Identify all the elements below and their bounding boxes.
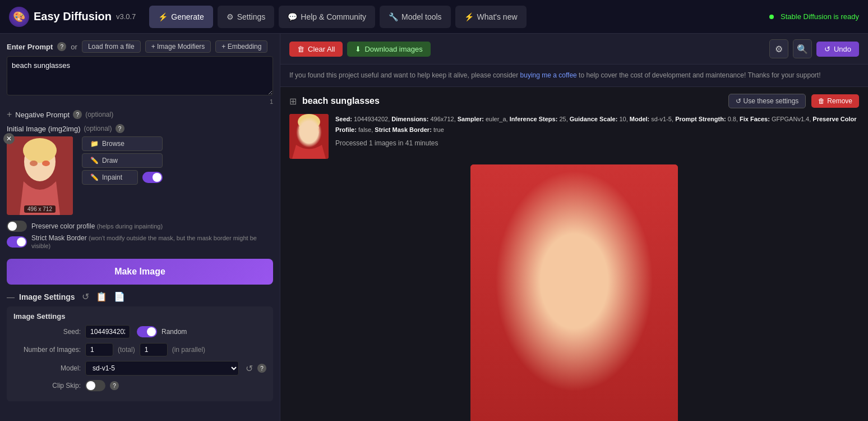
- neg-prompt-label: Negative Prompt: [15, 111, 70, 119]
- clear-all-btn[interactable]: 🗑 Clear All: [289, 42, 343, 57]
- num-images-label: Number of Images:: [13, 346, 81, 354]
- prompt-textarea[interactable]: beach sunglasses: [7, 56, 273, 95]
- seed-input[interactable]: [85, 325, 130, 338]
- search-btn[interactable]: 🔍: [793, 39, 812, 58]
- reset-settings-btn[interactable]: ↺: [82, 291, 89, 302]
- nav-whats-new[interactable]: ⚡ What's new: [455, 6, 527, 28]
- browse-btn[interactable]: 📁 Browse: [82, 136, 163, 151]
- char-count: 1: [7, 98, 273, 105]
- svg-point-8: [298, 127, 307, 133]
- nav-generate[interactable]: ⚡ Generate: [149, 6, 213, 28]
- load-from-btn[interactable]: Load from a file: [82, 40, 141, 53]
- download-icon: ⬇: [355, 45, 361, 53]
- right-panel: 🗑 Clear All ⬇ Download images ⚙ 🔍 ↺ Undo…: [280, 34, 868, 421]
- init-image-help-icon[interactable]: ?: [116, 124, 124, 133]
- remove-result-btn[interactable]: 🗑 Remove: [811, 94, 859, 108]
- svg-rect-10: [470, 164, 678, 421]
- coffee-link[interactable]: buying me a coffee: [520, 71, 577, 79]
- embedding-btn[interactable]: + Embedding: [215, 40, 267, 53]
- settings-icon: ⚙: [227, 12, 234, 21]
- svg-point-18: [518, 198, 630, 277]
- strict-mask-row: Strict Mask Border (won't modify outside…: [7, 234, 273, 250]
- model-select[interactable]: sd-v1-5: [85, 361, 239, 376]
- top-toolbar: 🗑 Clear All ⬇ Download images ⚙ 🔍 ↺ Undo: [280, 34, 868, 65]
- draw-icon: ✏️: [90, 157, 99, 164]
- add-neg-prompt-icon[interactable]: +: [7, 109, 12, 120]
- draw-btn[interactable]: ✏️ Draw: [82, 153, 163, 168]
- result-image-container: [289, 164, 859, 421]
- model-help-icon[interactable]: ?: [257, 364, 266, 373]
- negative-prompt-row: + Negative Prompt ? (optional): [7, 109, 273, 120]
- status-text: Stable Diffusion is ready: [781, 12, 859, 21]
- preserve-color-toggle[interactable]: [7, 221, 27, 232]
- app-version: v3.0.7: [116, 12, 136, 21]
- nav-help[interactable]: 💬 Help & Community: [279, 6, 375, 28]
- prompt-or: or: [71, 43, 77, 51]
- trash-icon: 🗑: [297, 45, 304, 53]
- svg-point-26: [519, 320, 528, 329]
- inpaint-btn[interactable]: ✏️ Inpaint: [82, 170, 138, 185]
- inpaint-toggle[interactable]: [142, 172, 163, 183]
- init-image-preview: [7, 136, 73, 215]
- parallel-input[interactable]: [140, 343, 168, 356]
- make-image-btn[interactable]: Make Image: [7, 259, 273, 285]
- num-images-input[interactable]: [85, 343, 113, 356]
- model-tools-icon: 🔧: [389, 12, 398, 21]
- use-settings-btn[interactable]: ↺ Use these settings: [728, 94, 806, 108]
- svg-point-12: [507, 294, 641, 421]
- init-image-section: Initial Image (img2img) (optional) ?: [7, 124, 273, 215]
- copy-settings-btn[interactable]: 📋: [96, 291, 107, 302]
- model-label: Model:: [13, 364, 81, 372]
- left-panel: Enter Prompt ? or Load from a file + Ima…: [0, 34, 280, 421]
- refresh-icon: ↺: [736, 97, 741, 105]
- settings-adjust-btn[interactable]: ⚙: [769, 39, 788, 58]
- svg-point-28: [549, 263, 571, 280]
- clip-skip-row: Clip Skip: ?: [13, 380, 266, 391]
- preserve-color-row: Preserve color profile (helps during inp…: [7, 221, 273, 232]
- strict-mask-toggle[interactable]: [7, 236, 27, 248]
- init-image-label: Initial Image (img2img): [7, 125, 81, 133]
- sliders-icon: ⚙: [775, 44, 783, 54]
- svg-rect-23: [574, 282, 608, 304]
- clip-skip-toggle[interactable]: [85, 380, 105, 391]
- collapse-settings-btn[interactable]: —: [7, 292, 15, 301]
- settings-inner-title: Image Settings: [13, 312, 266, 321]
- result-header: ⊞ beach sunglasses ↺ Use these settings …: [289, 94, 859, 108]
- init-image-optional: (optional): [84, 125, 112, 132]
- svg-line-25: [611, 287, 623, 289]
- svg-point-15: [513, 383, 636, 421]
- generate-icon: ⚡: [158, 12, 168, 21]
- help-icon: 💬: [288, 12, 297, 21]
- svg-point-7: [298, 114, 320, 130]
- image-settings-header: — Image Settings ↺ 📋 📄: [7, 291, 273, 302]
- preserve-color-label: Preserve color profile (helps during inp…: [31, 222, 163, 230]
- neg-prompt-help-icon[interactable]: ?: [73, 110, 82, 119]
- result-thumb: [289, 114, 329, 159]
- svg-point-4: [42, 161, 50, 166]
- prompt-label: Enter Prompt: [7, 43, 53, 51]
- init-image-context-menu: 📁 Browse ✏️ Draw ✏️ Inpaint: [82, 136, 163, 185]
- clip-skip-help-icon[interactable]: ?: [110, 381, 119, 390]
- total-label: (total): [118, 346, 135, 354]
- image-modifiers-btn[interactable]: + Image Modifiers: [145, 40, 211, 53]
- result-section: ⊞ beach sunglasses ↺ Use these settings …: [280, 87, 868, 421]
- prompt-help-icon[interactable]: ?: [57, 42, 66, 51]
- undo-btn[interactable]: ↺ Undo: [816, 42, 859, 57]
- download-images-btn[interactable]: ⬇ Download images: [347, 42, 430, 57]
- strict-mask-label: Strict Mask Border (won't modify outside…: [31, 234, 273, 250]
- svg-rect-11: [470, 164, 678, 421]
- refresh-model-btn[interactable]: ↺: [246, 363, 253, 374]
- paste-settings-btn[interactable]: 📄: [114, 291, 125, 302]
- svg-rect-13: [527, 361, 622, 421]
- remove-init-image-btn[interactable]: ✕: [3, 133, 15, 144]
- nav-settings[interactable]: ⚙ Settings: [218, 6, 275, 28]
- random-toggle[interactable]: [137, 326, 157, 337]
- num-images-row: Number of Images: (total) (in parallel): [13, 343, 266, 356]
- svg-rect-16: [560, 327, 588, 372]
- image-size-badge: 496 x 712: [24, 205, 56, 213]
- info-text-before: If you found this project useful and wan…: [289, 71, 520, 79]
- settings-inner: Image Settings Seed: Random Number of Im…: [7, 306, 273, 401]
- result-processed: Processed 1 images in 41 minutes: [335, 138, 859, 149]
- result-meta: Seed: 1044934202, Dimensions: 496x712, S…: [289, 114, 859, 159]
- nav-model-tools[interactable]: 🔧 Model tools: [380, 6, 451, 28]
